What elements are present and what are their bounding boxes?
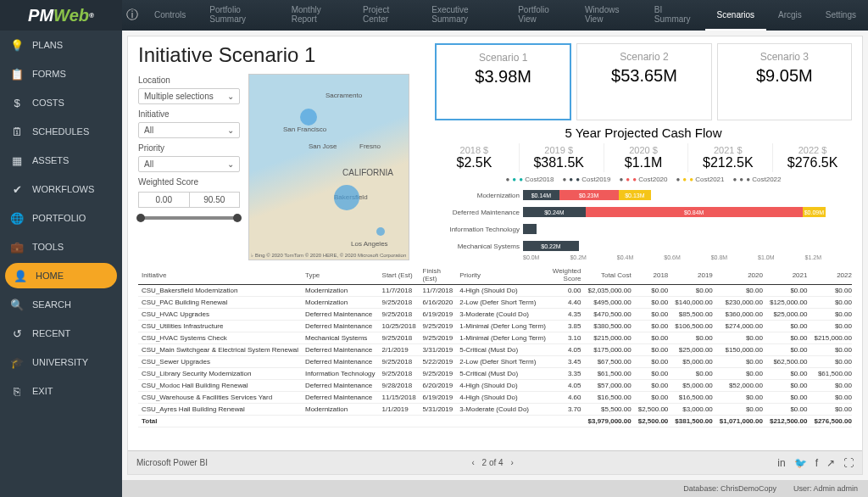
table-row[interactable]: CSU_HVAC Systems CheckMechanical Systems… xyxy=(138,332,852,344)
sidebar-item-university[interactable]: 🎓UNIVERSITY xyxy=(0,348,122,377)
table-row[interactable]: CSU_Bakersfield ModernizationModernizati… xyxy=(138,285,852,297)
initiative-table[interactable]: InitiativeTypeStart (Est)Finish (Est)Pri… xyxy=(138,265,852,444)
table-row[interactable]: CSU_Modoc Hall Building RenewalDeferred … xyxy=(138,380,852,392)
sidebar-item-exit[interactable]: ⎘EXIT xyxy=(0,377,122,405)
report: Initiative Scenario 1 Location Multiple … xyxy=(127,36,863,475)
top-tab-scenarios[interactable]: Scenarios xyxy=(705,0,766,31)
table-row[interactable]: CSU_PAC Building RenewalModernization9/2… xyxy=(138,297,852,309)
scenario-cards: Scenario 1$3.98MScenario 2$53.65MScenari… xyxy=(435,43,852,120)
costs-icon: $ xyxy=(10,96,24,109)
assets-icon: ▦ xyxy=(10,154,24,167)
top-tab-windows-view[interactable]: Windows View xyxy=(573,0,643,31)
map-attribution: ♭ Bing © 2020 TomTom © 2020 HERE, © 2020… xyxy=(251,252,407,258)
table-row[interactable]: CSU_Sewer UpgradesDeferred Maintenance9/… xyxy=(138,356,852,368)
top-tabs: ControlsPortfolio SummaryMonthly ReportP… xyxy=(142,0,868,31)
sidebar-item-search[interactable]: 🔍SEARCH xyxy=(0,290,122,319)
table-row[interactable]: CSU_Library Security ModernizationInform… xyxy=(138,368,852,380)
chevron-down-icon: ⌄ xyxy=(227,159,234,169)
scenario-card[interactable]: Scenario 1$3.98M xyxy=(435,43,571,120)
top-bar: PMWeb® ⓘ ControlsPortfolio SummaryMonthl… xyxy=(0,0,868,31)
status-bar: Database: ChrisDemoCopy User: Admin admi… xyxy=(122,480,868,497)
priority-select[interactable]: All⌄ xyxy=(138,156,240,172)
weighted-slider[interactable] xyxy=(138,216,240,220)
sidebar-item-tools[interactable]: 💼TOOLS xyxy=(0,232,122,261)
chevron-down-icon: ⌄ xyxy=(227,126,234,135)
plans-icon: 💡 xyxy=(10,38,24,52)
app-logo: PMWeb® xyxy=(0,0,122,31)
top-tab-arcgis[interactable]: Arcgis xyxy=(766,0,814,31)
pager-position: 2 of 4 xyxy=(482,458,504,467)
top-tab-controls[interactable]: Controls xyxy=(142,0,198,31)
table-row[interactable]: CSU_Ayres Hall Building RenewalModerniza… xyxy=(138,404,852,416)
facebook-icon[interactable]: f xyxy=(815,457,818,469)
schedules-icon: 🗓 xyxy=(10,125,24,138)
fullscreen-icon[interactable]: ⛶ xyxy=(843,457,854,469)
bar-row: Modernization$0.14M$0.23M$0.13M xyxy=(435,187,852,204)
map[interactable]: Sacramento San Francisco San Jose Fresno… xyxy=(248,74,409,260)
bar-row: Information Technology xyxy=(435,221,852,237)
year-card: 2022 $$276.5K xyxy=(772,143,852,172)
search-icon: 🔍 xyxy=(10,298,24,311)
sidebar-item-costs[interactable]: $COSTS xyxy=(0,88,122,117)
cashflow-title: 5 Year Projected Cash Flow xyxy=(435,126,852,140)
table-total-row: Total$3,979,000.00$2,500.00$381,500.00$1… xyxy=(138,416,852,427)
stacked-bar-chart: Modernization$0.14M$0.23M$0.13MDeferred … xyxy=(435,187,852,260)
sidebar: 💡PLANS📋FORMS$COSTS🗓SCHEDULES▦ASSETS✔WORK… xyxy=(0,31,122,497)
scenario-card[interactable]: Scenario 2$53.65M xyxy=(576,43,711,120)
sidebar-item-assets[interactable]: ▦ASSETS xyxy=(0,146,122,175)
pager-prev[interactable]: ‹ xyxy=(471,458,474,467)
table-row[interactable]: CSU_Main Switchgear & Electrical System … xyxy=(138,344,852,356)
initiative-select[interactable]: All⌄ xyxy=(138,122,240,138)
home-icon: 👤 xyxy=(14,269,27,282)
year-cards: 2018 $$2.5K2019 $$381.5K2020 $$1.1M2021 … xyxy=(435,143,852,172)
exit-icon: ⎘ xyxy=(10,384,24,398)
tools-icon: 💼 xyxy=(10,240,24,254)
sidebar-item-schedules[interactable]: 🗓SCHEDULES xyxy=(0,117,122,146)
priority-label: Priority xyxy=(138,143,240,153)
portfolio-icon: 🌐 xyxy=(10,211,24,225)
table-row[interactable]: CSU_Warehouse & Facilities Services Yard… xyxy=(138,392,852,404)
top-tab-portfolio-view[interactable]: Portfolio View xyxy=(506,0,573,31)
pager-label: Microsoft Power BI xyxy=(136,458,208,467)
page-title: Initiative Scenario 1 xyxy=(138,43,426,67)
sidebar-item-home[interactable]: 👤HOME xyxy=(5,263,117,288)
twitter-icon[interactable]: 🐦 xyxy=(794,457,807,469)
legend-item: ● Cost2021 xyxy=(676,176,725,183)
scenario-card[interactable]: Scenario 3$9.05M xyxy=(717,43,852,120)
sidebar-item-portfolio[interactable]: 🌐PORTFOLIO xyxy=(0,204,122,232)
top-tab-monthly-report[interactable]: Monthly Report xyxy=(280,0,351,31)
legend-item: ● Cost2020 xyxy=(620,176,668,183)
legend-item: ● Cost2019 xyxy=(563,176,611,183)
pager-next[interactable]: › xyxy=(510,458,513,467)
legend-item: ● Cost2018 xyxy=(506,176,554,183)
weighted-label: Weighted Score xyxy=(138,177,240,187)
sidebar-item-recent[interactable]: ↺RECENT xyxy=(0,319,122,348)
sidebar-item-forms[interactable]: 📋FORMS xyxy=(0,59,122,88)
bar-row: Deferred Maintenance$0.24M$0.84M$0.09M xyxy=(435,204,852,221)
table-row[interactable]: CSU_HVAC UpgradesDeferred Maintenance9/2… xyxy=(138,309,852,321)
top-tab-settings[interactable]: Settings xyxy=(814,0,868,31)
initiative-label: Initiative xyxy=(138,109,240,119)
year-card: 2018 $$2.5K xyxy=(435,143,514,172)
top-tab-executive-summary[interactable]: Executive Summary xyxy=(420,0,506,31)
location-select[interactable]: Multiple selections⌄ xyxy=(138,88,240,104)
chevron-down-icon: ⌄ xyxy=(227,92,234,101)
year-card: 2019 $$381.5K xyxy=(519,143,598,172)
top-tab-project-center[interactable]: Project Center xyxy=(351,0,420,31)
linkedin-icon[interactable]: in xyxy=(777,457,785,469)
info-icon[interactable]: ⓘ xyxy=(122,8,142,23)
forms-icon: 📋 xyxy=(10,67,24,81)
table-row[interactable]: CSU_Utilities InfrastructureDeferred Mai… xyxy=(138,321,852,332)
pager-bar: Microsoft Power BI ‹ 2 of 4 › in 🐦 f ↗ ⛶ xyxy=(128,450,862,474)
sidebar-item-workflows[interactable]: ✔WORKFLOWS xyxy=(0,175,122,204)
sidebar-item-plans[interactable]: 💡PLANS xyxy=(0,31,122,59)
top-tab-bi-summary[interactable]: BI Summary xyxy=(643,0,705,31)
recent-icon: ↺ xyxy=(10,327,24,340)
share-icon[interactable]: ↗ xyxy=(826,457,835,469)
bar-row: Mechanical Systems$0.22M xyxy=(435,237,852,254)
year-card: 2021 $$212.5K xyxy=(687,143,767,172)
legend-item: ● Cost2022 xyxy=(733,176,782,183)
chart-legend: ● Cost2018● Cost2019● Cost2020● Cost2021… xyxy=(435,176,852,183)
weighted-range[interactable]: 0.0090.50 xyxy=(138,192,240,208)
top-tab-portfolio-summary[interactable]: Portfolio Summary xyxy=(198,0,279,31)
